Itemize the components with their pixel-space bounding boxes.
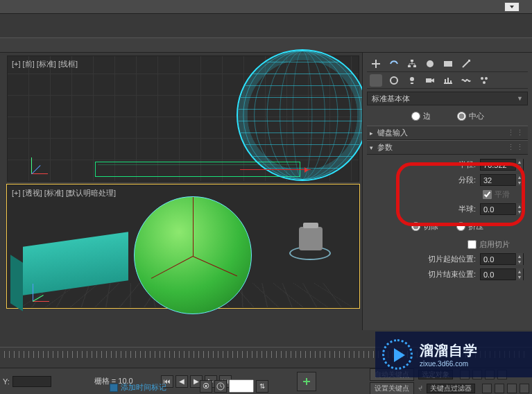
secondary-toolbar	[0, 37, 532, 53]
nav-icon-6[interactable]	[495, 384, 504, 393]
modify-tab-icon[interactable]	[388, 58, 400, 70]
creation-method-row: 边 中心	[367, 108, 528, 126]
mesh-sphere-selected[interactable]	[134, 196, 252, 314]
method-edge-radio[interactable]: 边	[411, 111, 431, 121]
primitive-category-dropdown[interactable]: 标准基本体 ▼	[367, 92, 528, 105]
radius-spinner[interactable]: ▲▼	[480, 159, 524, 171]
svg-point-5	[391, 77, 397, 84]
svg-point-8	[481, 77, 483, 80]
svg-rect-4	[444, 61, 452, 67]
expand-icon: ▸	[370, 130, 373, 137]
current-frame-input[interactable]	[229, 379, 254, 393]
create-tab-icon[interactable]	[370, 58, 382, 70]
helpers-icon[interactable]	[442, 74, 454, 87]
segments-spinner[interactable]: ▲▼	[480, 174, 524, 186]
radius-input[interactable]	[481, 161, 515, 169]
method-center-radio[interactable]: 中心	[457, 111, 484, 121]
hemisphere-label: 半球:	[431, 204, 476, 214]
segments-label: 分段:	[431, 175, 476, 185]
wireframe-sphere[interactable]	[237, 49, 368, 181]
shapes-icon[interactable]	[388, 74, 400, 87]
slice-on-label: 启用切片	[479, 239, 510, 250]
watermark-logo-icon	[382, 339, 413, 370]
slice-to-input[interactable]	[481, 271, 515, 279]
dropdown-value: 标准基本体	[372, 94, 410, 104]
add-time-tag[interactable]: 添加时间标记	[110, 382, 166, 393]
axis-gizmo	[31, 153, 52, 174]
smooth-label: 平滑	[495, 189, 510, 200]
axis-gizmo	[30, 281, 51, 302]
cameras-icon[interactable]	[424, 74, 436, 87]
parameters-body: 半径: ▲▼ 分段: ▲▼ 平滑 半球:	[367, 155, 528, 286]
viewport-label-top[interactable]: [+] [前] [标准] [线框]	[12, 59, 78, 69]
viewport-label-persp[interactable]: [+] [透视] [标准] [默认明暗处理]	[12, 188, 116, 198]
set-key-button[interactable]: 设置关键点	[370, 382, 414, 395]
display-tab-icon[interactable]	[442, 58, 454, 70]
systems-icon[interactable]	[478, 74, 490, 87]
motion-tab-icon[interactable]	[424, 58, 436, 70]
nav-icon-5[interactable]	[482, 384, 492, 393]
command-panel: 标准基本体 ▼ 边 中心 ▸ 键盘输入 ⋮⋮ ▾ 参数 ⋮⋮ 半径: ▲▼	[362, 53, 532, 330]
utilities-tab-icon[interactable]	[460, 58, 472, 70]
rollout-keyboard-entry[interactable]: ▸ 键盘输入 ⋮⋮	[367, 126, 528, 140]
watermark-url: zixue.3d66.com	[420, 360, 478, 368]
slice-from-input[interactable]	[481, 255, 515, 264]
hemisphere-input[interactable]	[481, 205, 515, 214]
y-coord-label: Y:	[3, 377, 10, 386]
key-filter-dropdown[interactable]: 关键点过滤器	[427, 384, 475, 393]
mesh-teapot[interactable]	[289, 223, 331, 260]
set-key-big-button[interactable]	[297, 372, 316, 391]
watermark-brand: 溜溜自学	[420, 341, 478, 360]
chevron-down-icon: ▼	[517, 95, 523, 102]
rollout-parameters[interactable]: ▾ 参数 ⋮⋮	[367, 140, 528, 155]
slice-from-spinner[interactable]: ▲▼	[480, 253, 524, 265]
smooth-checkbox[interactable]	[483, 190, 492, 199]
svg-rect-0	[411, 60, 413, 62]
svg-rect-1	[408, 65, 411, 67]
watermark-overlay: 溜溜自学 zixue.3d66.com	[375, 332, 532, 377]
squash-radio[interactable]: 挤压	[456, 221, 483, 232]
prev-frame-button[interactable]: ◀	[175, 375, 188, 388]
lights-icon[interactable]	[406, 74, 418, 87]
segments-input[interactable]	[481, 176, 515, 185]
collapse-icon: ▾	[370, 144, 373, 151]
svg-point-9	[485, 77, 488, 80]
svg-point-3	[427, 60, 434, 67]
key-mode-button[interactable]: ⦿	[200, 380, 212, 393]
geometry-icon[interactable]	[370, 74, 382, 87]
nav-icon-8[interactable]	[520, 384, 529, 393]
slice-to-spinner[interactable]: ▲▼	[480, 268, 524, 280]
slice-from-label: 切片起始位置:	[418, 254, 476, 264]
hierarchy-tab-icon[interactable]	[406, 58, 418, 70]
tag-icon	[110, 384, 118, 392]
slice-to-label: 切片结束位置:	[418, 269, 476, 280]
hemisphere-spinner[interactable]: ▲▼	[480, 203, 524, 215]
nav-icon-7[interactable]	[507, 384, 517, 393]
top-strip-button[interactable]	[504, 2, 520, 12]
time-config-button[interactable]	[214, 380, 227, 393]
svg-rect-2	[413, 65, 416, 67]
viewport-top[interactable]: [+] [前] [标准] [线框]	[7, 55, 359, 182]
viewport-perspective[interactable]: [+] [透视] [标准] [默认明暗处理]	[7, 185, 359, 308]
slice-on-checkbox[interactable]	[467, 240, 477, 249]
spacewarps-icon[interactable]	[460, 74, 472, 87]
step-size-button[interactable]: ⇅	[256, 380, 268, 393]
y-coord-input[interactable]	[12, 376, 51, 387]
x-axis-marker	[240, 169, 311, 170]
svg-point-6	[410, 77, 414, 81]
svg-rect-7	[426, 78, 431, 83]
svg-point-10	[483, 81, 486, 84]
radius-label: 半径:	[431, 160, 476, 170]
chop-radio[interactable]: 切除	[411, 221, 438, 232]
